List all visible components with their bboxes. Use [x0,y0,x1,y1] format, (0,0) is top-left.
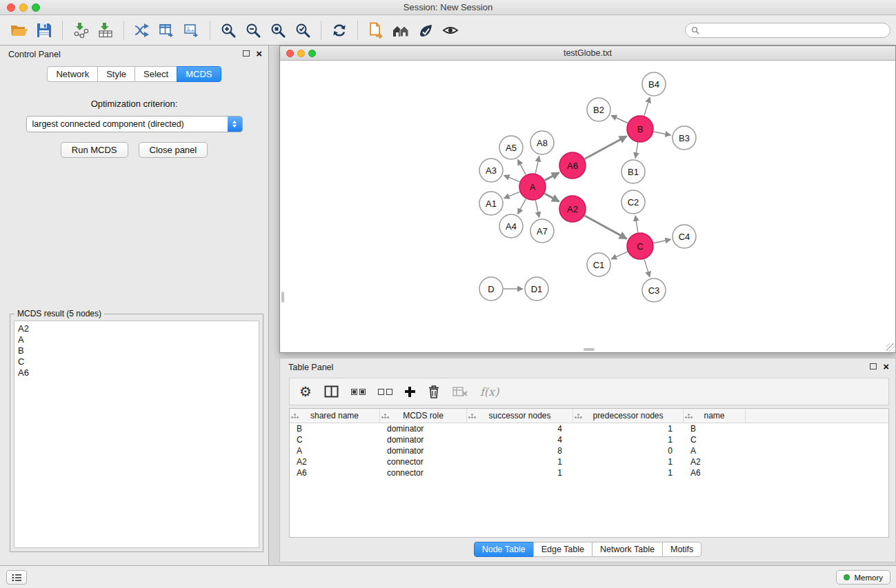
horizontal-scrollbar-thumb[interactable] [584,348,595,351]
show-graphics-details-button[interactable] [438,18,463,43]
validate-button[interactable] [413,18,438,43]
graph-edge-A-A2[interactable] [545,194,559,202]
tab-select[interactable]: Select [135,66,177,82]
graph-node-C3[interactable]: C3 [642,278,666,302]
result-item[interactable]: A2 [18,323,255,334]
graph-node-C2[interactable]: C2 [621,190,645,214]
graph-node-B[interactable]: B [627,116,653,142]
graph-edge-B-B2[interactable] [611,116,628,123]
memory-button[interactable]: Memory [836,570,890,585]
graph-node-B3[interactable]: B3 [673,126,696,150]
graph-node-B2[interactable]: B2 [587,98,610,121]
graph-edge-A-A6[interactable] [545,172,559,180]
zoom-selected-button[interactable] [290,18,315,43]
network-window-titlebar[interactable]: testGlobe.txt [280,46,895,61]
graph-edge-B-B1[interactable] [635,143,638,159]
graph-edge-C-C1[interactable] [611,252,628,259]
delete-columns-button[interactable] [428,385,440,398]
column-header-MCDS-role[interactable]: MCDS role [380,409,467,423]
tab-node-table[interactable]: Node Table [474,542,534,557]
float-table-panel-icon[interactable] [870,363,877,369]
select-all-button[interactable] [351,389,366,395]
result-item[interactable]: C [18,356,255,367]
graph-node-A8[interactable]: A8 [530,131,554,154]
result-item[interactable]: B [18,345,255,356]
zoom-in-button[interactable] [216,18,241,43]
search-input[interactable] [703,26,884,35]
table-row[interactable]: A6connector11A6 [290,467,888,478]
open-file-button[interactable] [7,18,32,43]
graph-edge-A-A8[interactable] [535,156,539,174]
graph-edge-A-A7[interactable] [535,201,539,218]
graph-node-A1[interactable]: A1 [479,192,503,215]
graph-node-A6[interactable]: A6 [559,152,586,179]
new-table-button[interactable] [155,18,179,43]
tab-style[interactable]: Style [97,66,135,82]
new-network-button[interactable] [130,18,155,43]
result-item[interactable]: A [18,334,255,345]
graph-edge-A-A4[interactable] [518,199,526,214]
tab-network-table[interactable]: Network Table [592,542,663,557]
close-table-panel-icon[interactable]: × [883,363,889,370]
tab-mcds[interactable]: MCDS [177,66,221,82]
float-panel-icon[interactable] [243,50,250,57]
vertical-scrollbar-thumb[interactable] [281,292,284,303]
graph-node-A4[interactable]: A4 [499,214,523,238]
apply-layout-button[interactable] [327,18,352,43]
column-header-predecessor-nodes[interactable]: predecessor nodes [573,409,684,423]
zoom-out-button[interactable] [241,18,266,43]
zoom-fit-button[interactable] [266,18,290,43]
graph-node-A3[interactable]: A3 [479,159,503,182]
tab-motifs[interactable]: Motifs [662,542,701,557]
graph-node-A[interactable]: A [519,174,546,200]
show-panels-button[interactable] [6,570,27,585]
graph-edge-C-C4[interactable] [654,239,671,243]
delete-table-button[interactable] [452,386,468,397]
close-panel-icon[interactable]: × [256,50,262,57]
optimization-dropdown[interactable]: largest connected component (directed) [26,116,243,132]
graph-node-A2[interactable]: A2 [559,196,586,222]
close-panel-button[interactable]: Close panel [139,142,208,158]
graph-node-B4[interactable]: B4 [642,72,666,96]
deselect-all-button[interactable] [378,389,392,395]
import-network-file-button[interactable] [68,18,93,43]
graph-node-B1[interactable]: B1 [621,160,645,183]
graph-node-D1[interactable]: D1 [525,277,548,301]
column-header-name[interactable]: name [684,409,746,423]
table-settings-button[interactable]: ⚙ [299,385,312,398]
graph-node-C4[interactable]: C4 [673,225,696,248]
graph-node-C1[interactable]: C1 [587,253,610,276]
mcds-result-list[interactable]: A2ABCA6 [14,321,259,548]
graph-node-A7[interactable]: A7 [530,219,554,243]
app-homes-button[interactable] [388,18,413,43]
tab-network[interactable]: Network [47,66,98,82]
graph-edge-A-A1[interactable] [504,192,520,198]
network-graph[interactable]: B4B2BB3A5A8A6B1A3AC2A1A2A4A7C4CC1C3DD1 [281,61,895,352]
graph-edge-C-C2[interactable] [635,216,638,232]
graph-edge-B-B4[interactable] [644,97,650,116]
graph-edge-B-B3[interactable] [654,132,671,135]
search-box[interactable] [685,23,890,38]
create-column-button[interactable] [405,387,415,397]
import-document-button[interactable] [364,18,388,43]
graph-edge-A6-B[interactable] [585,136,627,159]
export-image-button[interactable] [179,18,204,43]
run-mcds-button[interactable]: Run MCDS [61,142,128,158]
graph-edge-C-C3[interactable] [644,259,650,277]
graph-edge-A-A5[interactable] [518,160,526,175]
table-row[interactable]: Cdominator41C [290,434,888,445]
graph-node-C[interactable]: C [627,233,653,259]
graph-node-D[interactable]: D [479,277,503,301]
result-item[interactable]: A6 [18,367,255,378]
table-row[interactable]: Bdominator41B [290,423,888,434]
graph-node-A5[interactable]: A5 [499,136,523,159]
show-columns-button[interactable] [324,385,339,398]
table-row[interactable]: A2connector11A2 [290,456,888,467]
save-session-button[interactable] [32,18,57,43]
graph-edge-A-A3[interactable] [504,175,520,181]
resize-grip[interactable] [886,343,895,352]
graph-edge-A2-C[interactable] [585,216,627,239]
tab-edge-table[interactable]: Edge Table [533,542,593,557]
column-header-shared-name[interactable]: shared name [290,409,380,423]
column-header-successor-nodes[interactable]: successor nodes [467,409,573,423]
